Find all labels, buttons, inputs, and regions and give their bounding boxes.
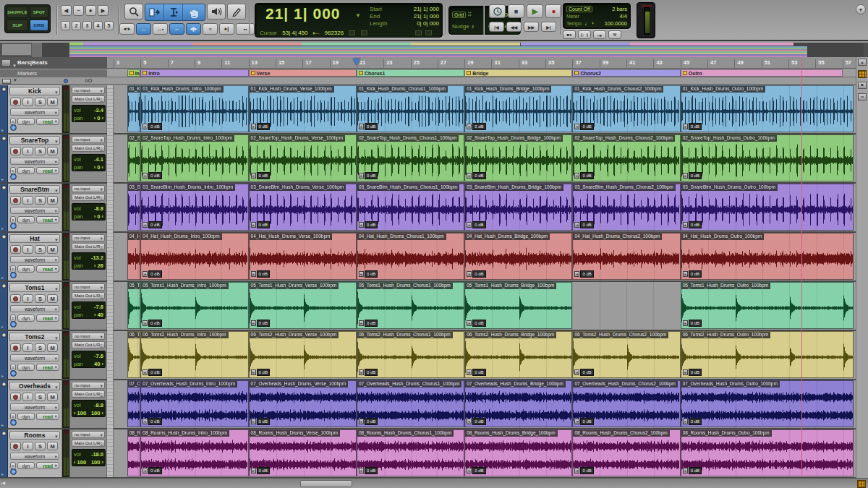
- zoomer-tool-icon[interactable]: [124, 4, 143, 20]
- audio-clip[interactable]: 04_H: [127, 233, 141, 280]
- track-name[interactable]: Rooms▼: [9, 431, 60, 440]
- insertion-follows-playback-icon[interactable]: ≡: [203, 23, 218, 35]
- clip-gain-fader-icon[interactable]: +: [467, 222, 472, 228]
- clip-gain-fader-icon[interactable]: +: [683, 124, 688, 129]
- clip-gain-badge[interactable]: +0 dB: [683, 270, 702, 278]
- dyn-button[interactable]: dyn: [17, 265, 35, 273]
- edit-group-indicator[interactable]: [64, 79, 68, 83]
- output-selector[interactable]: Main Out L/R◫: [72, 243, 105, 250]
- markers-ruler[interactable]: Markers IntFIntroVerseChorus1BridgeChoru…: [0, 69, 868, 77]
- input-monitor-button[interactable]: I: [22, 98, 33, 106]
- clip-gain-badge[interactable]: +0 dB: [574, 369, 593, 376]
- clip-gain-fader-icon[interactable]: +: [359, 369, 364, 375]
- horizontal-scrollbar[interactable]: |◀: [0, 478, 868, 488]
- mode-spot-button[interactable]: SPOT: [30, 7, 48, 18]
- main-counter-value[interactable]: 21| 1| 000: [265, 5, 341, 22]
- clip-gain-badge[interactable]: +0 dB: [359, 172, 378, 179]
- clip-gain-badge[interactable]: +0 dB: [359, 221, 378, 228]
- mode-shuffle-button[interactable]: SHUFFLE: [7, 7, 28, 18]
- audio-clip[interactable]: 01_Kick_Hush_Drums_Chorus1_100bpm+0 dB: [357, 85, 464, 132]
- pre-roll-icon[interactable]: ▸–: [313, 30, 319, 36]
- audio-clip[interactable]: 01_Kick_Hush_Drums_Bridge_100bpm+0 dB: [464, 85, 572, 132]
- output-selector[interactable]: Main Out L/R◫: [72, 440, 105, 447]
- clip-gain-fader-icon[interactable]: +: [467, 173, 472, 179]
- automation-mode-button[interactable]: read▼: [36, 265, 59, 273]
- vol-value[interactable]: -4.1: [94, 156, 103, 163]
- tempo-value[interactable]: 100.0000: [605, 20, 627, 27]
- clip-gain-badge[interactable]: +0 dB: [142, 221, 161, 228]
- track-color-strip[interactable]: ▸: [0, 429, 8, 477]
- dyn-button[interactable]: dyn: [17, 216, 35, 223]
- pan-value[interactable]: › 0 ‹: [94, 213, 103, 220]
- clip-gain-fader-icon[interactable]: +: [683, 419, 688, 424]
- midi-merge-icon[interactable]: ■●: [563, 30, 576, 39]
- solo-button[interactable]: S: [35, 147, 46, 155]
- audio-clip[interactable]: 04_Hat_Hush_Drums_Chorus2_100bpm+0 dB: [572, 233, 680, 280]
- clip-gain-badge[interactable]: +0 dB: [142, 172, 161, 179]
- clip-gain-badge[interactable]: +0 dB: [467, 123, 485, 130]
- clip-gain-fader-icon[interactable]: +: [359, 173, 364, 179]
- clip-gain-fader-icon[interactable]: +: [251, 320, 256, 326]
- audio-clip[interactable]: 05_T: [127, 282, 141, 329]
- mode-slip-button[interactable]: SLIP: [7, 20, 28, 31]
- count-off-label[interactable]: Count Off: [566, 6, 592, 12]
- clip-gain-fader-icon[interactable]: +: [467, 419, 472, 424]
- automation-mode-button[interactable]: read▼: [36, 314, 59, 322]
- clip-gain-fader-icon[interactable]: +: [574, 222, 579, 228]
- audio-clip[interactable]: 07_Overheads_Hush_Drums_Outro_100bpm+0 d…: [681, 380, 854, 427]
- counter-option-icon[interactable]: [415, 30, 422, 35]
- vol-value[interactable]: -7.6: [94, 353, 103, 359]
- audio-clip[interactable]: 03_SnareBtm_Hush_Drums_Chorus1_100bpm+0 …: [357, 184, 464, 231]
- clip-gain-fader-icon[interactable]: +: [251, 271, 256, 277]
- track-view-selector[interactable]: waveform▼: [10, 256, 59, 263]
- mute-button[interactable]: M: [47, 442, 58, 450]
- clipboard-icon[interactable]: [361, 30, 367, 35]
- track-color-strip[interactable]: ▸: [0, 134, 8, 182]
- zoom-preset-5[interactable]: 5: [104, 21, 114, 30]
- audio-clip[interactable]: 02_SnareTop_Hush_Drums_Outro_100bpm+0 dB: [681, 134, 854, 181]
- vol-value[interactable]: -8.8: [94, 402, 103, 408]
- record-enable-button[interactable]: [10, 147, 21, 155]
- marker-flag-icon[interactable]: [574, 71, 579, 75]
- clip-gain-fader-icon[interactable]: +: [683, 222, 688, 228]
- audio-clip[interactable]: 04_Hat_Hush_Drums_Intro_100bpm+0 dB: [140, 233, 248, 280]
- track-list-view-icon[interactable]: [2, 79, 11, 84]
- record-enable-button[interactable]: [10, 442, 21, 450]
- marker-flag-icon[interactable]: [142, 71, 147, 75]
- metronome-icon[interactable]: (♩): [578, 30, 591, 39]
- mute-button[interactable]: M: [47, 98, 58, 106]
- clip-gain-fader-icon[interactable]: +: [142, 173, 148, 179]
- clip-gain-fader-icon[interactable]: +: [251, 222, 256, 228]
- clip-gain-fader-icon[interactable]: +: [683, 320, 688, 326]
- clip-gain-badge[interactable]: +0 dB: [683, 369, 702, 376]
- clip-gain-fader-icon[interactable]: +: [467, 271, 472, 277]
- clip-gain-badge[interactable]: +0 dB: [574, 172, 593, 179]
- input-selector[interactable]: no input▼: [72, 185, 105, 192]
- solo-button[interactable]: S: [35, 245, 46, 254]
- chevron-right-icon[interactable]: ▸: [1, 471, 4, 476]
- universe-view[interactable]: [0, 43, 868, 57]
- mute-button[interactable]: M: [47, 343, 58, 352]
- clip-gain-fader-icon[interactable]: +: [251, 173, 256, 179]
- clip-gain-badge[interactable]: +0 dB: [467, 221, 485, 228]
- tempo-ruler-icon[interactable]: Ψ: [608, 30, 621, 39]
- clip-gain-badge[interactable]: +0 dB: [359, 369, 378, 376]
- track-name[interactable]: SnareTop▼: [9, 136, 60, 145]
- audio-clip[interactable]: 08_Rooms_Hush_Drums_Chorus2_100bpm+0 dB: [572, 429, 680, 476]
- clip-gain-fader-icon[interactable]: +: [359, 222, 364, 228]
- input-monitor-button[interactable]: I: [22, 245, 33, 254]
- audio-clip[interactable]: 06_Toms2_Hush_Drums_Intro_100bpm+0 dB: [140, 331, 248, 378]
- scrubber-tool-icon[interactable]: [207, 4, 226, 20]
- chevron-right-icon[interactable]: ▸: [1, 127, 4, 132]
- output-selector[interactable]: Main Out L/R◫: [72, 145, 105, 152]
- clip-gain-badge[interactable]: +0 dB: [574, 221, 593, 228]
- audio-clip[interactable]: 08_R: [127, 429, 141, 476]
- audio-clip[interactable]: 06_Toms2_Hush_Drums_Chorus2_100bpm+0 dB: [572, 331, 680, 378]
- clip-gain-badge[interactable]: +0 dB: [251, 270, 270, 278]
- marker-flag-icon[interactable]: [683, 71, 687, 75]
- clip-gain-badge[interactable]: +0 dB: [142, 418, 161, 425]
- track-select-dot[interactable]: [1, 185, 7, 190]
- timeline-insertion-icon[interactable]: [349, 30, 355, 35]
- elastic-audio-icon[interactable]: [10, 370, 17, 377]
- audio-clip[interactable]: 04_Hat_Hush_Drums_Bridge_100bpm+0 dB: [464, 233, 572, 280]
